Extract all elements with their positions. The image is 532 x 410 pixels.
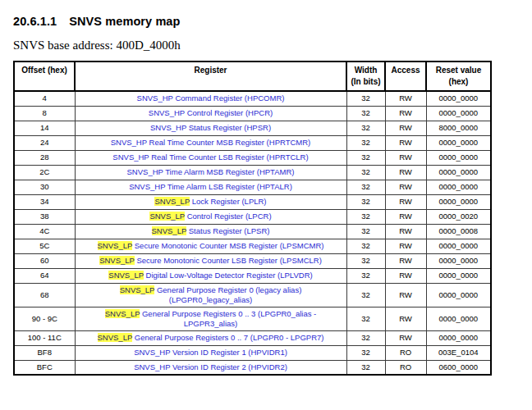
- access-cell: RW: [385, 135, 426, 150]
- section-heading: 20.6.1.1SNVS memory map: [13, 15, 532, 28]
- width-cell: 32: [346, 307, 385, 330]
- table-row: 28 SNVS_HP Real Time Counter LSB Registe…: [14, 150, 491, 165]
- offset-cell: 68: [14, 283, 75, 307]
- register-link[interactable]: SNVS_LP Status Register (LPSR): [152, 226, 270, 235]
- width-cell: 32: [346, 150, 385, 165]
- access-cell: RO: [385, 360, 426, 375]
- access-cell: RW: [385, 253, 426, 268]
- register-link[interactable]: SNVS_LP Secure Monotonic Counter MSB Reg…: [98, 241, 324, 250]
- memory-map-body: 4 SNVS_HP Command Register (HPCOMR) 32 R…: [14, 91, 491, 375]
- access-cell: RW: [385, 121, 426, 135]
- header-register: Register: [75, 61, 346, 91]
- offset-cell: 5C: [14, 239, 75, 253]
- offset-cell: 24: [14, 135, 75, 150]
- reset-cell: 0000_0000: [426, 307, 491, 330]
- header-offset: Offset (hex): [14, 61, 75, 91]
- access-cell: RW: [385, 165, 426, 180]
- reset-cell: 0000_0000: [426, 165, 491, 180]
- reset-cell: 003E_0104: [426, 345, 491, 360]
- width-cell: 32: [346, 180, 385, 194]
- register-cell: SNVS_HP Command Register (HPCOMR): [75, 91, 346, 106]
- table-row: 100 - 11C SNVS_LP General Purpose Regist…: [14, 330, 491, 345]
- table-header: Offset (hex) Register Width (In bits) Ac…: [14, 61, 491, 91]
- register-link[interactable]: SNVS_HP Command Register (HPCOMR): [137, 93, 285, 102]
- width-cell: 32: [346, 106, 385, 121]
- register-link[interactable]: SNVS_HP Real Time Counter MSB Register (…: [111, 138, 311, 147]
- table-row: 60 SNVS_LP Secure Monotonic Counter LSB …: [14, 253, 491, 268]
- reset-cell: 0000_0000: [426, 106, 491, 121]
- reset-cell: 0600_0000: [426, 360, 491, 375]
- register-link[interactable]: SNVS_LP General Purpose Registers 0 .. 7…: [98, 333, 324, 342]
- access-cell: RW: [385, 224, 426, 239]
- table-row: 38 SNVS_LP Control Register (LPCR) 32 RW…: [14, 209, 491, 224]
- register-link[interactable]: SNVS_LP General Purpose Register 0 (lega…: [120, 285, 302, 304]
- offset-cell: 4C: [14, 224, 75, 239]
- reset-cell: 0000_0000: [426, 268, 491, 283]
- access-cell: RW: [385, 239, 426, 253]
- register-cell: SNVS_HP Real Time Counter MSB Register (…: [75, 135, 346, 150]
- register-cell: SNVS_LP Secure Monotonic Counter MSB Reg…: [75, 239, 346, 253]
- access-cell: RW: [385, 307, 426, 330]
- register-cell: SNVS_LP Control Register (LPCR): [75, 209, 346, 224]
- table-row: 34 SNVS_LP Lock Register (LPLR) 32 RW 00…: [14, 194, 491, 209]
- register-link[interactable]: SNVS_LP General Purpose Registers 0 .. 3…: [105, 309, 317, 328]
- header-width: Width (In bits): [346, 61, 385, 91]
- offset-cell: 28: [14, 150, 75, 165]
- search-highlight: SNVS_LP: [105, 309, 140, 318]
- offset-cell: 8: [14, 106, 75, 121]
- register-link[interactable]: SNVS_HP Version ID Register 1 (HPVIDR1): [134, 348, 287, 357]
- register-link[interactable]: SNVS_LP Lock Register (LPLR): [154, 197, 266, 206]
- table-row: 14 SNVS_HP Status Register (HPSR) 32 RW …: [14, 121, 491, 135]
- width-cell: 32: [346, 194, 385, 209]
- register-link[interactable]: SNVS_HP Time Alarm LSB Register (HPTALR): [129, 182, 292, 191]
- offset-cell: 2C: [14, 165, 75, 180]
- offset-cell: 38: [14, 209, 75, 224]
- table-row: 90 - 9C SNVS_LP General Purpose Register…: [14, 307, 491, 330]
- offset-cell: 34: [14, 194, 75, 209]
- register-cell: SNVS_LP Lock Register (LPLR): [75, 194, 346, 209]
- reset-cell: 0000_0000: [426, 180, 491, 194]
- register-link[interactable]: SNVS_LP Digital Low-Voltage Detector Reg…: [108, 271, 312, 280]
- table-row: 24 SNVS_HP Real Time Counter MSB Registe…: [14, 135, 491, 150]
- register-link[interactable]: SNVS_HP Control Register (HPCR): [149, 108, 273, 117]
- register-cell: SNVS_HP Real Time Counter LSB Register (…: [75, 150, 346, 165]
- register-link[interactable]: SNVS_HP Version ID Register 2 (HPVIDR2): [134, 362, 287, 371]
- reset-cell: 8000_0000: [426, 121, 491, 135]
- register-link[interactable]: SNVS_HP Real Time Counter LSB Register (…: [112, 153, 308, 162]
- offset-cell: 100 - 11C: [14, 330, 75, 345]
- register-cell: SNVS_LP General Purpose Registers 0 .. 3…: [75, 307, 346, 330]
- table-row: 5C SNVS_LP Secure Monotonic Counter MSB …: [14, 239, 491, 253]
- offset-cell: 30: [14, 180, 75, 194]
- table-row: 4 SNVS_HP Command Register (HPCOMR) 32 R…: [14, 91, 491, 106]
- offset-cell: 4: [14, 91, 75, 106]
- reset-cell: 0000_0000: [426, 91, 491, 106]
- register-link[interactable]: SNVS_HP Status Register (HPSR): [150, 123, 271, 132]
- register-cell: SNVS_LP Secure Monotonic Counter LSB Reg…: [75, 253, 346, 268]
- width-cell: 32: [346, 165, 385, 180]
- width-cell: 32: [346, 224, 385, 239]
- register-cell: SNVS_LP Status Register (LPSR): [75, 224, 346, 239]
- search-highlight: SNVS_LP: [152, 226, 187, 235]
- register-cell: SNVS_HP Time Alarm LSB Register (HPTALR): [75, 180, 346, 194]
- width-cell: 32: [346, 268, 385, 283]
- offset-cell: BF8: [14, 345, 75, 360]
- register-link[interactable]: SNVS_LP Control Register (LPCR): [149, 212, 271, 221]
- table-row: 4C SNVS_LP Status Register (LPSR) 32 RW …: [14, 224, 491, 239]
- reset-cell: 0000_0000: [426, 330, 491, 345]
- reset-cell: 0000_0020: [426, 209, 491, 224]
- register-cell: SNVS_HP Version ID Register 2 (HPVIDR2): [75, 360, 346, 375]
- register-link[interactable]: SNVS_LP Secure Monotonic Counter LSB Reg…: [99, 256, 322, 265]
- offset-cell: 90 - 9C: [14, 307, 75, 330]
- document-page: 20.6.1.1SNVS memory map SNVS base addres…: [0, 0, 532, 376]
- width-cell: 32: [346, 345, 385, 360]
- width-cell: 32: [346, 283, 385, 307]
- register-link[interactable]: SNVS_HP Time Alarm MSB Register (HPTAMR): [127, 167, 295, 176]
- memory-map-table: Offset (hex) Register Width (In bits) Ac…: [13, 61, 492, 376]
- reset-cell: 0000_0000: [426, 253, 491, 268]
- reset-cell: 0000_0000: [426, 194, 491, 209]
- register-cell: SNVS_HP Status Register (HPSR): [75, 121, 346, 135]
- search-highlight: SNVS_LP: [98, 333, 133, 342]
- register-cell: SNVS_LP General Purpose Register 0 (lega…: [75, 283, 346, 307]
- width-cell: 32: [346, 253, 385, 268]
- search-highlight: SNVS_LP: [98, 241, 133, 250]
